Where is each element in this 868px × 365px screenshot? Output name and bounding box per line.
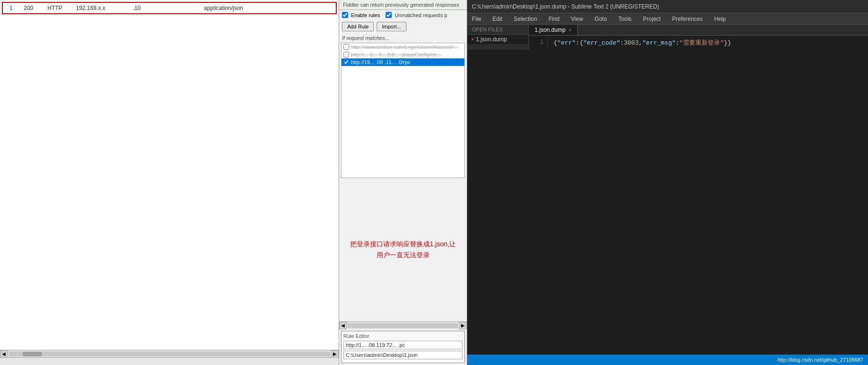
sublime-text-panel: C:\Users\admin\Desktop\1.json.dump - Sub… — [467, 0, 868, 365]
annotation-text: 把登录接口请求响应替换成1.json,让用户一直无法登录 — [344, 229, 462, 270]
sublime-menubar: File Edit Selection Find View Goto Tools… — [467, 13, 868, 25]
rule-editor-url-input[interactable]: http://1... .08.119.72... .pc — [343, 341, 462, 349]
menu-preferences[interactable]: Preferences — [670, 15, 705, 23]
rule-item-1[interactable]: http://www.tantian.com/LoginUnion/Accoun… — [342, 43, 464, 51]
sidebar-close-icon[interactable]: × — [471, 36, 476, 43]
open-files-label: OPEN FILES — [467, 25, 528, 35]
sublime-sidebar: OPEN FILES × 1.json.dump — [467, 25, 529, 50]
request-status: 200 — [20, 5, 44, 11]
scroll-left-button[interactable]: ◀ — [0, 350, 8, 358]
rule-list[interactable]: http://www.tantian.com/LoginUnion/Accoun… — [341, 43, 465, 178]
middle-scroll-left[interactable]: ◀ — [339, 322, 347, 329]
rule-1-url: http://www.tantian.com/LoginUnion/Accoun… — [351, 44, 457, 50]
rule-2-checkbox[interactable] — [343, 52, 349, 57]
rule-editor-title: Rule Editor — [343, 333, 462, 339]
menu-tools[interactable]: Tools — [617, 15, 634, 23]
request-host: 192.168.x.x — [72, 5, 129, 11]
tab-filename: 1.json.dump — [535, 27, 565, 33]
sidebar-file-item[interactable]: × 1.json.dump — [467, 35, 528, 44]
import-button[interactable]: Import... — [377, 22, 406, 31]
rule-3-url: http://19... .08 .11... .0/rpc — [351, 59, 410, 65]
unmatched-requests-label: Unmatched requests p — [395, 12, 447, 18]
rule-editor-section: Rule Editor http://1... .08.119.72... .p… — [341, 331, 465, 363]
editor-empty-space — [467, 50, 868, 355]
annotation-area: 把登录接口请求响应替换成1.json,让用户一直无法登录 — [339, 178, 467, 322]
rule-3-checkbox[interactable] — [343, 59, 349, 65]
enable-rules-label: Enable rules — [351, 12, 380, 18]
active-file-tab[interactable]: 1.json.dump × — [529, 25, 578, 35]
rule-1-checkbox[interactable] — [343, 44, 349, 50]
can-return-banner: Fiddler can return previously generated … — [339, 0, 467, 10]
sublime-statusbar: http://blog.csdn.net/github_27109687 — [467, 355, 868, 365]
scroll-right-button[interactable]: ▶ — [331, 350, 339, 358]
enable-rules-checkbox[interactable] — [342, 12, 348, 18]
statusbar-left — [472, 357, 473, 363]
line-number-1: 1 — [533, 38, 544, 46]
fiddler-statusbar — [0, 357, 339, 365]
menu-view[interactable]: View — [569, 15, 585, 23]
menu-project[interactable]: Project — [641, 15, 663, 23]
request-content-type: application/json — [200, 5, 262, 11]
add-rule-button[interactable]: Add Rule — [342, 22, 374, 31]
sidebar-file-name: 1.json.dump — [476, 36, 507, 43]
menu-help[interactable]: Help — [712, 15, 728, 23]
if-request-matches-label: If request matches... — [339, 33, 467, 43]
middle-scrollbar[interactable]: ◀ ▶ — [339, 321, 467, 329]
menu-file[interactable]: File — [470, 15, 483, 23]
request-num: 1 — [6, 5, 20, 11]
sublime-editor-main: 1.json.dump × 1 {"err":{"err_code":3003,… — [529, 25, 868, 50]
sublime-title-text: C:\Users\admin\Desktop\1.json.dump - Sub… — [472, 3, 659, 10]
tab-close-button[interactable]: × — [568, 27, 571, 33]
rule-item-2[interactable]: http://... 2... 3... 2:8... .s/appConfig… — [342, 51, 464, 58]
middle-scroll-track[interactable] — [348, 323, 458, 328]
middle-scroll-right[interactable]: ▶ — [459, 322, 467, 329]
menu-selection[interactable]: Selection — [512, 15, 539, 23]
code-content[interactable]: {"err":{"err_code":3003,"err_msg":"需要重新登… — [548, 37, 868, 48]
enable-rules-row: Enable rules Unmatched requests p — [339, 10, 467, 20]
menu-goto[interactable]: Goto — [593, 15, 609, 23]
menu-edit[interactable]: Edit — [490, 15, 504, 23]
rule-editor-file-input[interactable]: C:\Users\admin\Desktop\1.json — [343, 351, 462, 359]
file-tabs-bar: 1.json.dump × — [529, 25, 868, 36]
request-protocol: HTTP — [44, 5, 72, 11]
statusbar-url: http://blog.csdn.net/github_27109687 — [777, 357, 863, 363]
sublime-sidebar-and-main: OPEN FILES × 1.json.dump 1.json.dump × 1… — [467, 25, 868, 50]
fiddler-left-panel: 1 200 HTTP 192.168.x.x .10 application/j… — [0, 0, 339, 365]
request-row[interactable]: 1 200 HTTP 192.168.x.x .10 application/j… — [2, 2, 337, 14]
menu-find[interactable]: Find — [546, 15, 561, 23]
code-editor-area[interactable]: 1 {"err":{"err_code":3003,"err_msg":"需要重… — [529, 36, 868, 50]
action-buttons-row: Add Rule Import... — [339, 20, 467, 33]
can-return-text: Fiddler can return previously generated … — [343, 2, 459, 8]
unmatched-requests-checkbox[interactable] — [386, 12, 392, 18]
rule-2-url: http://... 2... 3... 2:8... .s/appConfig… — [351, 52, 441, 57]
line-numbers: 1 — [529, 37, 548, 48]
horizontal-scrollbar[interactable]: ◀ ▶ — [0, 350, 339, 357]
rule-item-3[interactable]: http://19... .08 .11... .0/rpc — [342, 58, 464, 66]
scroll-track[interactable] — [9, 352, 330, 356]
sublime-titlebar: C:\Users\admin\Desktop\1.json.dump - Sub… — [467, 0, 868, 13]
statusbar-text — [2, 359, 3, 365]
request-url: .10 — [129, 5, 200, 11]
fiddler-autoresponder-panel: Fiddler can return previously generated … — [339, 0, 467, 365]
